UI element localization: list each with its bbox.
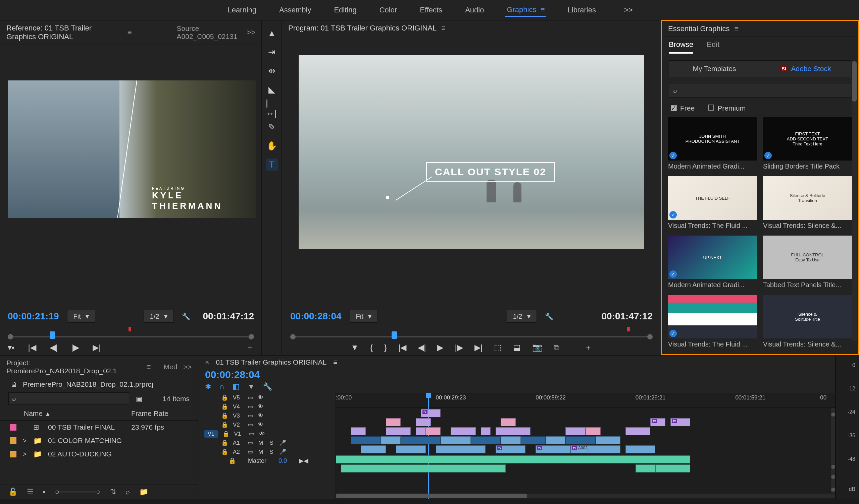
sync-lock-icon[interactable]: ▭: [247, 448, 253, 455]
timeline-clip[interactable]: [386, 418, 401, 426]
goto-in-icon[interactable]: |◀: [398, 343, 406, 352]
track-select-tool-icon[interactable]: ⇥: [266, 46, 278, 58]
goto-out-icon[interactable]: ▶|: [93, 343, 101, 352]
list-view-icon[interactable]: ☰: [27, 488, 33, 496]
track-header[interactable]: 🔒V2▭👁: [198, 420, 335, 429]
export-frame-icon[interactable]: 📷: [532, 343, 542, 352]
project-row[interactable]: > 📁 02 AUTO-DUCKING: [0, 447, 198, 461]
insert-overwrite-icon[interactable]: ▾▪: [8, 343, 15, 352]
timeline-current-tc[interactable]: 00:00:28:04: [198, 369, 336, 380]
reference-current-tc[interactable]: 00:00:21:19: [8, 311, 59, 322]
timeline-clip[interactable]: [670, 418, 691, 426]
timeline-clip[interactable]: [336, 455, 690, 463]
tab-editing[interactable]: Editing: [333, 4, 358, 16]
slip-tool-icon[interactable]: |↔|: [266, 102, 278, 114]
linked-selection-icon[interactable]: ∩: [219, 382, 225, 391]
snap-icon[interactable]: ✱: [205, 382, 211, 391]
track-header[interactable]: 🔒V4▭👁: [198, 402, 335, 411]
timeline-clip[interactable]: [440, 436, 470, 444]
lift-icon[interactable]: ⬚: [494, 343, 502, 352]
project-filter-icon[interactable]: ▣: [136, 395, 142, 403]
expand-arrow-icon[interactable]: >: [22, 450, 27, 458]
add-marker-icon[interactable]: ◧: [232, 382, 240, 391]
toggle-track-output-icon[interactable]: 👁: [258, 404, 263, 410]
tab-effects[interactable]: Effects: [419, 4, 443, 16]
timeline-clip[interactable]: [381, 436, 401, 444]
timeline-clip[interactable]: [451, 427, 476, 435]
mute-button[interactable]: M: [258, 449, 264, 455]
project-secondary-tab[interactable]: Med: [164, 363, 178, 371]
selection-tool-icon[interactable]: ▲: [266, 27, 278, 39]
timeline-clip[interactable]: [650, 418, 665, 426]
add-button-icon[interactable]: ＋: [246, 342, 254, 353]
timeline-clip[interactable]: [546, 436, 566, 444]
timeline-clip[interactable]: [655, 464, 690, 473]
timeline-clip[interactable]: [361, 445, 386, 453]
timeline-clip[interactable]: [586, 427, 601, 435]
program-resolution-select[interactable]: 1/2▾: [507, 310, 537, 323]
reference-viewport[interactable]: FEATURING KYLE THIERMANN: [8, 80, 256, 218]
lock-icon[interactable]: 🔒: [221, 439, 228, 446]
eg-item[interactable]: UP NEXT✓Modern Animated Gradi...: [668, 236, 757, 289]
program-settings-icon[interactable]: 🔧: [545, 312, 553, 320]
reference-scrub-bar[interactable]: [8, 327, 254, 341]
sort-icon[interactable]: ⇅: [110, 488, 116, 496]
timeline-clip[interactable]: [401, 436, 440, 444]
tab-assembly[interactable]: Assembly: [278, 4, 312, 16]
timeline-clip[interactable]: [536, 445, 570, 453]
lock-icon[interactable]: 🔒: [221, 412, 228, 419]
tab-libraries[interactable]: Libraries: [567, 4, 597, 16]
new-bin-icon[interactable]: 📁: [139, 488, 148, 496]
step-back-icon[interactable]: ◀|: [418, 343, 426, 352]
timeline-clip[interactable]: [501, 418, 516, 426]
reference-resolution-select[interactable]: 1/2▾: [144, 310, 174, 323]
timeline-sequence-name[interactable]: 01 TSB Trailer Graphics ORIGINAL: [216, 358, 327, 366]
timeline-clip[interactable]: [471, 436, 501, 444]
timeline-clip[interactable]: [596, 436, 620, 444]
icon-view-icon[interactable]: ▪: [43, 488, 46, 496]
play-icon[interactable]: ▶: [437, 343, 443, 352]
reference-zoom-select[interactable]: Fit▾: [67, 310, 95, 323]
program-current-tc[interactable]: 00:00:28:04: [290, 311, 342, 322]
expand-arrow-icon[interactable]: >: [22, 437, 27, 445]
project-row[interactable]: ⊞ 00 TSB Trailer FINAL 23.976 fps: [0, 421, 198, 434]
sync-lock-icon[interactable]: ▭: [247, 412, 253, 419]
solo-button[interactable]: S: [269, 440, 274, 446]
eg-item[interactable]: FULL CONTROL Easy To UseTabbed Text Pane…: [763, 236, 852, 289]
lock-icon[interactable]: 🔒: [221, 421, 228, 428]
timeline-clip[interactable]: [416, 427, 426, 435]
eg-item[interactable]: Silence & Solitude TitleVisual Trends: S…: [763, 295, 852, 348]
col-name[interactable]: Name: [24, 409, 43, 418]
master-track-header[interactable]: 🔒Master0.0▶◀: [198, 456, 335, 465]
eg-item[interactable]: JOHN SMITH PRODUCTION ASSISTANT✓Modern A…: [668, 117, 757, 170]
col-framerate[interactable]: Frame Rate: [131, 409, 188, 418]
sync-lock-icon[interactable]: ▭: [247, 439, 253, 446]
timeline-wrench-icon[interactable]: 🔧: [263, 382, 272, 391]
timeline-clip[interactable]: [396, 445, 426, 453]
tab-learning[interactable]: Learning: [226, 4, 258, 16]
comparison-icon[interactable]: ⧉: [554, 343, 559, 352]
close-tab-icon[interactable]: ×: [205, 358, 209, 366]
sync-lock-icon[interactable]: ▭: [247, 421, 253, 428]
eg-thumbnail[interactable]: JOHN SMITH PRODUCTION ASSISTANT✓: [668, 117, 757, 160]
eg-filter-free[interactable]: ✓Free: [671, 104, 695, 112]
workspace-overflow-icon[interactable]: >>: [624, 6, 633, 14]
lock-icon[interactable]: 🔓: [9, 488, 17, 496]
eg-thumbnail[interactable]: ✓: [668, 295, 757, 338]
track-header[interactable]: 🔒A1▭MS🎤: [198, 438, 335, 447]
voiceover-icon[interactable]: 🎤: [279, 439, 286, 446]
step-back-icon[interactable]: ◀|: [50, 343, 58, 352]
timeline-clip[interactable]: [341, 464, 506, 473]
timeline-clip[interactable]: [481, 427, 491, 435]
eg-thumbnail[interactable]: Silence & Solitude Transition: [763, 176, 852, 220]
eg-item[interactable]: THE FLUID SELF✓Visual Trends: The Fluid …: [668, 176, 757, 230]
source-patch-v1[interactable]: V1: [204, 430, 218, 438]
eg-thumbnail[interactable]: UP NEXT✓: [668, 236, 757, 279]
search-icon[interactable]: ⌕: [125, 488, 130, 496]
sync-lock-icon[interactable]: ▭: [249, 430, 254, 437]
timeline-clip[interactable]: [421, 409, 441, 417]
extract-icon[interactable]: ⬓: [513, 343, 521, 352]
eg-item[interactable]: FIRST TEXT ADD SECOND TEXT Third Text He…: [763, 117, 852, 170]
sync-lock-icon[interactable]: ▭: [247, 394, 253, 401]
callout-graphic[interactable]: CALL OUT STYLE 02: [426, 162, 555, 182]
